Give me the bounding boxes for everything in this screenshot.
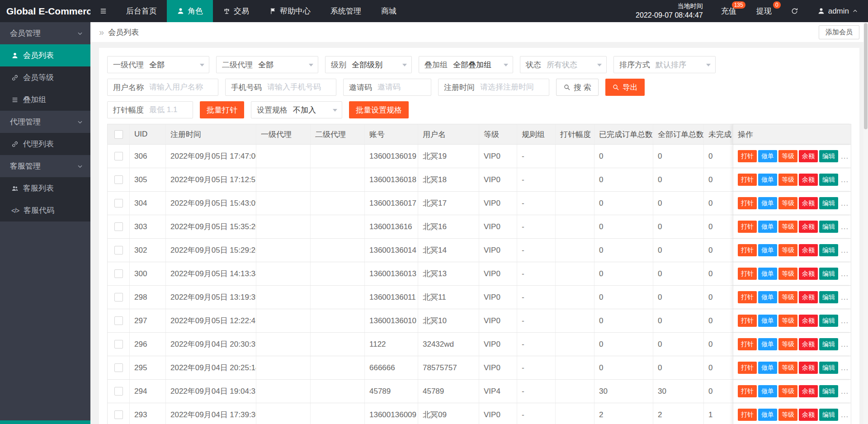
filter-agent1-select[interactable]: 一级代理 全部 (107, 56, 209, 73)
edit-button[interactable]: 编辑 (819, 221, 838, 233)
balance-button[interactable]: 余额 (799, 221, 818, 233)
balance-button[interactable]: 余额 (799, 362, 818, 374)
more-actions-button[interactable]: ... (841, 340, 849, 349)
level-button[interactable]: 等级 (778, 362, 797, 374)
more-actions-button[interactable]: ... (841, 246, 849, 255)
row-checkbox[interactable] (114, 363, 123, 372)
nav-help-center[interactable]: 帮助中心 (259, 0, 321, 22)
make-order-button[interactable]: 做单 (758, 362, 777, 374)
level-button[interactable]: 等级 (778, 315, 797, 327)
batch-inject-button[interactable]: 批量打针 (200, 101, 244, 118)
sidebar-item-member-list[interactable]: 会员列表 (0, 44, 90, 66)
level-button[interactable]: 等级 (778, 409, 797, 421)
inject-button[interactable]: 打针 (738, 362, 757, 374)
invite-code-input[interactable] (377, 79, 431, 95)
balance-button[interactable]: 余额 (799, 174, 818, 186)
sidebar-item-support-code[interactable]: </> 客服代码 (0, 199, 90, 221)
row-checkbox[interactable] (114, 152, 123, 160)
filter-status-select[interactable]: 状态 所有状态 (520, 56, 607, 73)
balance-button[interactable]: 余额 (799, 197, 818, 209)
edit-button[interactable]: 编辑 (819, 268, 838, 280)
row-checkbox[interactable] (114, 199, 123, 207)
edit-button[interactable]: 编辑 (819, 174, 838, 186)
balance-button[interactable]: 余额 (799, 268, 818, 280)
row-checkbox[interactable] (114, 246, 123, 254)
row-checkbox[interactable] (114, 222, 123, 231)
select-all-checkbox[interactable] (114, 130, 123, 139)
make-order-button[interactable]: 做单 (758, 197, 777, 209)
level-button[interactable]: 等级 (778, 338, 797, 350)
row-checkbox[interactable] (114, 175, 123, 184)
make-order-button[interactable]: 做单 (758, 338, 777, 350)
inject-button[interactable]: 打针 (738, 315, 757, 327)
filter-agent2-select[interactable]: 二级代理 全部 (216, 56, 318, 73)
inject-button[interactable]: 打针 (738, 174, 757, 186)
nav-system[interactable]: 系统管理 (321, 0, 371, 22)
level-button[interactable]: 等级 (778, 291, 797, 303)
nav-trade[interactable]: 交易 (213, 0, 259, 22)
make-order-button[interactable]: 做单 (758, 315, 777, 327)
nav-dashboard[interactable]: 后台首页 (116, 0, 167, 22)
sidebar-group-support-management[interactable]: 客服管理 (0, 155, 90, 177)
more-actions-button[interactable]: ... (841, 269, 849, 278)
phone-input[interactable] (267, 79, 336, 95)
more-actions-button[interactable]: ... (841, 410, 849, 419)
register-time-input[interactable] (480, 79, 549, 95)
inject-button[interactable]: 打针 (738, 338, 757, 350)
user-menu[interactable]: admin (807, 0, 868, 22)
level-button[interactable]: 等级 (778, 174, 797, 186)
inject-button[interactable]: 打针 (738, 150, 757, 162)
make-order-button[interactable]: 做单 (758, 268, 777, 280)
filter-stack-group-select[interactable]: 叠加组 全部叠加组 (419, 56, 513, 73)
inject-button[interactable]: 打针 (738, 244, 757, 256)
more-actions-button[interactable]: ... (841, 199, 849, 208)
row-checkbox[interactable] (114, 293, 123, 302)
spec-select[interactable]: 设置规格 不加入 (251, 101, 342, 118)
row-checkbox[interactable] (114, 269, 123, 278)
row-checkbox[interactable] (114, 340, 123, 349)
edit-button[interactable]: 编辑 (819, 315, 838, 327)
nav-role[interactable]: 角色 (167, 0, 213, 22)
make-order-button[interactable]: 做单 (758, 291, 777, 303)
level-button[interactable]: 等级 (778, 221, 797, 233)
sidebar-toggle-button[interactable] (90, 0, 116, 22)
inject-amplitude-input[interactable] (149, 102, 193, 118)
row-checkbox[interactable] (114, 387, 123, 396)
username-input[interactable] (149, 79, 218, 95)
refresh-button[interactable] (782, 0, 807, 22)
search-button[interactable]: 搜 索 (556, 79, 599, 96)
nav-mall[interactable]: 商城 (371, 0, 406, 22)
inject-button[interactable]: 打针 (738, 268, 757, 280)
more-actions-button[interactable]: ... (841, 152, 849, 161)
edit-button[interactable]: 编辑 (819, 338, 838, 350)
recharge-button[interactable]: 充值 135 (711, 0, 746, 22)
inject-button[interactable]: 打针 (738, 385, 757, 397)
inject-button[interactable]: 打针 (738, 221, 757, 233)
batch-spec-button[interactable]: 批量设置规格 (349, 101, 409, 118)
more-actions-button[interactable]: ... (841, 222, 849, 231)
balance-button[interactable]: 余额 (799, 150, 818, 162)
withdraw-button[interactable]: 提现 0 (746, 0, 782, 22)
edit-button[interactable]: 编辑 (819, 362, 838, 374)
edit-button[interactable]: 编辑 (819, 291, 838, 303)
sidebar-item-support-list[interactable]: 客服列表 (0, 177, 90, 199)
inject-button[interactable]: 打针 (738, 291, 757, 303)
filter-sort-select[interactable]: 排序方式 默认排序 (613, 56, 716, 73)
edit-button[interactable]: 编辑 (819, 385, 838, 397)
scrollbar-thumb[interactable] (864, 23, 868, 129)
inject-button[interactable]: 打针 (738, 197, 757, 209)
balance-button[interactable]: 余额 (799, 291, 818, 303)
filter-level-select[interactable]: 级别 全部级别 (325, 56, 412, 73)
edit-button[interactable]: 编辑 (819, 409, 838, 421)
level-button[interactable]: 等级 (778, 268, 797, 280)
make-order-button[interactable]: 做单 (758, 150, 777, 162)
level-button[interactable]: 等级 (778, 197, 797, 209)
balance-button[interactable]: 余额 (799, 409, 818, 421)
add-member-button[interactable]: 添加会员 (819, 25, 859, 39)
row-checkbox[interactable] (114, 410, 123, 419)
make-order-button[interactable]: 做单 (758, 174, 777, 186)
inject-button[interactable]: 打针 (738, 409, 757, 421)
sidebar-item-agent-list[interactable]: 代理列表 (0, 133, 90, 155)
sidebar-group-member-management[interactable]: 会员管理 (0, 22, 90, 44)
more-actions-button[interactable]: ... (841, 363, 849, 372)
